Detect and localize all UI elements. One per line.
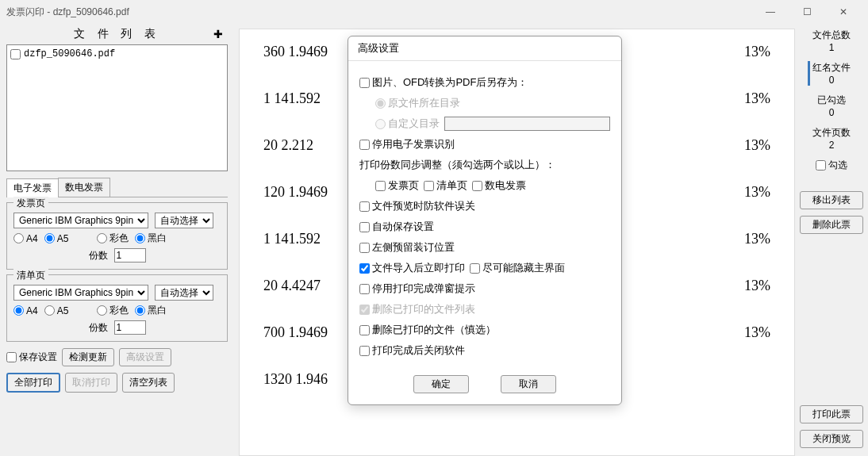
stat-pages: 文件页数2 (812, 126, 851, 151)
opt-convert-pdf[interactable]: 图片、OFD转换为PDF后另存为： (359, 75, 528, 90)
invoice-page-group: 发票页 Generic IBM Graphics 9pin 自动选择 A4 A5… (6, 202, 228, 270)
invoice-legend: 发票页 (13, 197, 48, 210)
stat-checked: 已勾选0 (817, 94, 846, 118)
opt-delete-printed-files[interactable]: 删除已打印的文件（慎选） (359, 323, 496, 337)
sync-shudian[interactable]: 数电发票 (472, 178, 526, 193)
opt-original-dir[interactable]: 原文件所在目录 (375, 96, 460, 110)
maximize-button[interactable]: ☐ (789, 0, 825, 24)
invoice-auto-select[interactable]: 自动选择 (155, 213, 213, 228)
opt-close-after-print[interactable]: 打印完成后关闭软件 (359, 343, 465, 358)
left-panel: 文 件 列 表 ✚ dzfp_5090646.pdf 电子发票 数电发票 发票页… (0, 24, 234, 456)
stat-red: 红名文件0 (808, 61, 851, 86)
list-size-a4[interactable]: A4 (13, 305, 38, 316)
custom-dir-input[interactable] (444, 117, 610, 131)
delete-ticket-button[interactable]: 删除此票 (800, 216, 863, 234)
file-list-header: 文 件 列 表 ✚ (6, 27, 228, 41)
right-panel: 文件总数1 红名文件0 已勾选0 文件页数2 勾选 移出列表 删除此票 打印此票… (795, 24, 868, 456)
save-settings-checkbox[interactable]: 保存设置 (6, 348, 57, 366)
dialog-title: 高级设置 (348, 36, 621, 61)
check-update-button[interactable]: 检测更新 (62, 348, 114, 366)
list-size-a5[interactable]: A5 (44, 305, 69, 316)
invoice-tabs: 电子发票 数电发票 (6, 178, 228, 197)
dialog-ok-button[interactable]: 确定 (413, 375, 469, 393)
file-item[interactable]: dzfp_5090646.pdf (10, 48, 224, 59)
close-button[interactable]: ✕ (825, 0, 862, 24)
titlebar: 发票闪印 - dzfp_5090646.pdf — ☐ ✕ (0, 0, 868, 24)
opt-custom-dir[interactable]: 自定义目录 (375, 117, 440, 131)
invoice-bw[interactable]: 黑白 (135, 232, 167, 245)
opt-print-on-import[interactable]: 文件导入后立即打印 (359, 261, 465, 275)
invoice-size-a5[interactable]: A5 (44, 233, 69, 244)
advanced-settings-dialog: 高级设置 图片、OFD转换为PDF后另存为： 原文件所在目录 自定义目录 停用电… (348, 36, 622, 405)
opt-binding-margin[interactable]: 左侧预留装订位置 (359, 240, 455, 255)
minimize-button[interactable]: — (752, 0, 789, 24)
sync-list[interactable]: 清单页 (424, 178, 467, 193)
stat-total: 文件总数1 (812, 29, 851, 53)
cancel-print-button[interactable]: 取消打印 (65, 373, 117, 393)
opt-disable-popup[interactable]: 停用打印完成弹窗提示 (359, 282, 475, 296)
opt-prevent-close[interactable]: 文件预览时防软件误关 (359, 199, 475, 213)
opt-auto-save[interactable]: 自动保存设置 (359, 220, 434, 234)
check-all-checkbox[interactable]: 勾选 (816, 159, 847, 172)
invoice-color[interactable]: 彩色 (97, 232, 129, 245)
sync-label: 打印份数同步调整（须勾选两个或以上）： (359, 158, 555, 172)
print-ticket-button[interactable]: 打印此票 (800, 405, 863, 423)
file-checkbox[interactable] (10, 49, 21, 59)
dialog-cancel-button[interactable]: 取消 (501, 375, 556, 393)
window-title: 发票闪印 - dzfp_5090646.pdf (6, 6, 752, 19)
tab-shudian[interactable]: 数电发票 (58, 178, 110, 197)
tab-dianzi[interactable]: 电子发票 (6, 178, 59, 197)
advanced-settings-button[interactable]: 高级设置 (119, 348, 171, 366)
opt-delete-printed-list[interactable]: 删除已打印的文件列表 (359, 302, 475, 316)
invoice-printer-select[interactable]: Generic IBM Graphics 9pin (13, 213, 148, 228)
list-copies-input[interactable] (114, 320, 146, 335)
print-all-button[interactable]: 全部打印 (6, 373, 60, 393)
list-copies-label: 份数 (89, 321, 108, 335)
remove-list-button[interactable]: 移出列表 (800, 191, 863, 209)
close-preview-button[interactable]: 关闭预览 (800, 430, 863, 448)
list-page-group: 清单页 Generic IBM Graphics 9pin 自动选择 A4 A5… (6, 274, 228, 342)
add-file-icon[interactable]: ✚ (213, 28, 223, 40)
list-color[interactable]: 彩色 (97, 304, 129, 317)
invoice-copies-input[interactable] (114, 248, 146, 262)
clear-list-button[interactable]: 清空列表 (122, 373, 175, 393)
invoice-copies-label: 份数 (89, 249, 108, 262)
file-list-box: dzfp_5090646.pdf (6, 44, 228, 171)
invoice-size-a4[interactable]: A4 (13, 233, 38, 244)
file-list-title: 文 件 列 表 (74, 27, 161, 41)
sync-invoice[interactable]: 发票页 (375, 178, 419, 193)
list-auto-select[interactable]: 自动选择 (155, 285, 213, 301)
list-printer-select[interactable]: Generic IBM Graphics 9pin (13, 285, 148, 301)
list-bw[interactable]: 黑白 (135, 304, 167, 317)
list-legend: 清单页 (13, 269, 48, 282)
file-name: dzfp_5090646.pdf (24, 48, 115, 59)
opt-hide-main[interactable]: 尽可能隐藏主界面 (470, 261, 565, 275)
opt-disable-recognition[interactable]: 停用电子发票识别 (359, 137, 455, 151)
